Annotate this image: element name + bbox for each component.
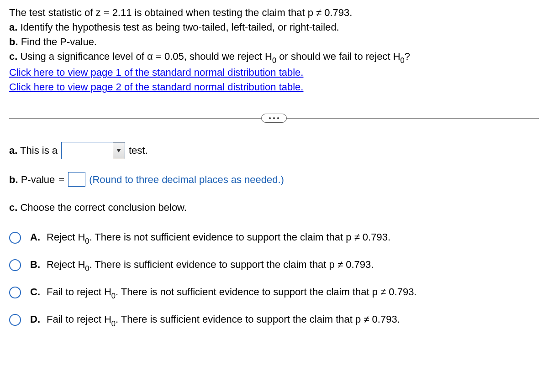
answer-b-prefix: b. P-value <box>9 172 55 187</box>
subscript-zero: 0 <box>85 264 89 272</box>
alpha-value: 0.05 <box>164 51 184 62</box>
text: . There is sufficient evidence to suppor… <box>90 259 335 270</box>
not-equal: ≠ <box>380 286 386 298</box>
svg-marker-0 <box>116 149 121 152</box>
text: test. <box>129 143 148 158</box>
equals: = <box>104 7 110 18</box>
text: Using a significance level of α <box>17 51 153 62</box>
option-a-label: A. Reject H0. There is not sufficient ev… <box>30 230 390 246</box>
text: or should we fail to reject H <box>276 51 400 62</box>
equals: = <box>58 172 64 187</box>
text: Find the P-value. <box>18 36 97 47</box>
text: . There is sufficient evidence to suppor… <box>116 314 361 325</box>
text: Choose the correct conclusion below. <box>17 202 187 213</box>
answer-row-b: b. P-value = (Round to three decimal pla… <box>9 172 539 187</box>
option-text: Reject H0. There is sufficient evidence … <box>47 257 374 273</box>
section-divider <box>9 113 539 124</box>
link-table-page-2[interactable]: Click here to view page 2 of the standar… <box>9 81 303 93</box>
text: Reject H <box>47 231 85 243</box>
text: is obtained when testing the claim that … <box>132 7 313 18</box>
dot-icon <box>269 117 271 119</box>
chevron-down-icon <box>116 148 121 153</box>
text: P-value <box>18 174 55 185</box>
radio-option-b[interactable] <box>9 259 21 271</box>
option-b: B. Reject H0. There is sufficient eviden… <box>9 257 539 273</box>
radio-option-d[interactable] <box>9 314 21 326</box>
option-c-label: C. Fail to reject H0. There is not suffi… <box>30 284 416 301</box>
text: Reject H <box>47 259 85 270</box>
text: The test statistic of z <box>9 7 101 18</box>
part-label: c. <box>9 202 17 213</box>
not-equal: ≠ <box>316 7 321 18</box>
text: Identify the hypothesis test as being tw… <box>17 21 339 33</box>
p-value: 0.793. <box>346 259 374 270</box>
option-letter: B. <box>30 257 42 273</box>
p-value: 0.793. <box>389 286 416 298</box>
subscript-zero: 0 <box>272 56 276 64</box>
dot-icon <box>277 117 279 119</box>
question-part-b: b. Find the P-value. <box>9 35 539 49</box>
text: This is a <box>17 145 58 156</box>
question-part-c: c. Using a significance level of α = 0.0… <box>9 49 539 65</box>
part-label: b. <box>9 174 18 185</box>
equals: = <box>156 51 162 62</box>
option-text: Fail to reject H0. There is not sufficie… <box>47 284 416 301</box>
option-letter: C. <box>30 284 42 301</box>
part-label: b. <box>9 36 18 47</box>
option-b-label: B. Reject H0. There is sufficient eviden… <box>30 257 374 273</box>
option-text: Reject H0. There is not sufficient evide… <box>47 230 390 246</box>
option-letter: A. <box>30 230 42 246</box>
not-equal: ≠ <box>364 314 369 325</box>
text: . There is not sufficient evidence to su… <box>90 231 352 243</box>
subscript-zero: 0 <box>111 292 116 300</box>
ellipsis-button[interactable] <box>261 114 287 123</box>
dropdown-arrow-button[interactable] <box>113 142 125 159</box>
option-d: D. Fail to reject H0. There is sufficien… <box>9 312 539 328</box>
part-label: a. <box>9 145 17 156</box>
radio-option-c[interactable] <box>9 287 21 298</box>
text: Fail to reject H <box>47 286 111 298</box>
text: , should we reject H <box>184 51 272 62</box>
option-letter: D. <box>30 312 42 328</box>
text: Fail to reject H <box>47 314 111 325</box>
p-value: 0.793. <box>363 231 390 243</box>
option-c: C. Fail to reject H0. There is not suffi… <box>9 284 539 301</box>
test-type-dropdown[interactable] <box>61 142 125 159</box>
options-list: A. Reject H0. There is not sufficient ev… <box>9 230 539 329</box>
p-value: 0.793. <box>324 7 352 18</box>
subscript-zero: 0 <box>111 319 116 328</box>
link-table-page-1[interactable]: Click here to view page 1 of the standar… <box>9 67 303 78</box>
z-value: 2.11 <box>112 7 132 18</box>
subscript-zero: 0 <box>85 237 89 245</box>
answer-row-c: c. Choose the correct conclusion below. <box>9 200 539 215</box>
dropdown-display[interactable] <box>62 142 113 159</box>
option-text: Fail to reject H0. There is sufficient e… <box>47 312 400 328</box>
pvalue-input[interactable] <box>68 172 85 187</box>
question-line-1: The test statistic of z = 2.11 is obtain… <box>9 5 539 20</box>
radio-option-a[interactable] <box>9 232 21 244</box>
question-block: The test statistic of z = 2.11 is obtain… <box>9 5 539 94</box>
text: . There is not sufficient evidence to su… <box>116 286 378 298</box>
not-equal: ≠ <box>337 259 343 270</box>
part-label: c. <box>9 51 17 62</box>
option-a: A. Reject H0. There is not sufficient ev… <box>9 230 539 246</box>
answer-a-prefix: a. This is a <box>9 143 58 158</box>
not-equal: ≠ <box>354 231 360 243</box>
dot-icon <box>273 117 275 119</box>
p-value: 0.793. <box>372 314 400 325</box>
option-d-label: D. Fail to reject H0. There is sufficien… <box>30 312 400 328</box>
rounding-hint: (Round to three decimal places as needed… <box>89 172 284 187</box>
question-part-a: a. Identify the hypothesis test as being… <box>9 20 539 35</box>
answers-block: a. This is a test. b. P-value = (Round t… <box>9 142 539 329</box>
answer-row-a: a. This is a test. <box>9 142 539 159</box>
qmark: ? <box>405 51 410 62</box>
subscript-zero: 0 <box>400 56 405 64</box>
part-label: a. <box>9 21 17 33</box>
